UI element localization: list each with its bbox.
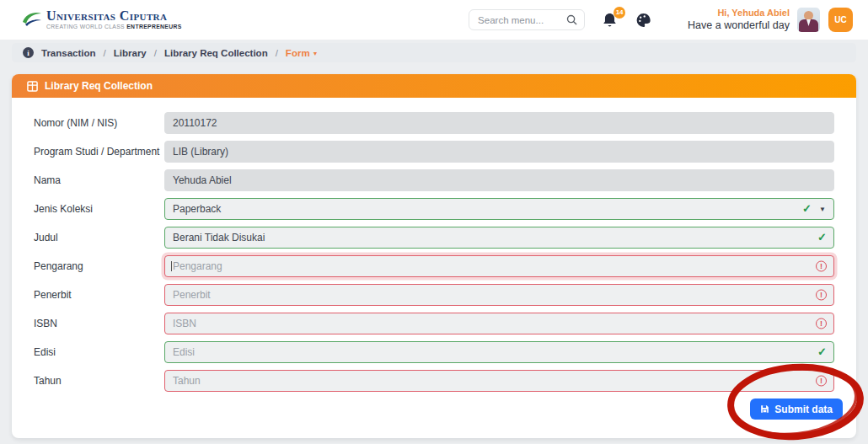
field-label: ISBN [34,318,164,329]
form-row: Program Studi / Department ✓ ! ▼ [34,141,834,163]
library-req-collection-panel: Library Req Collection Nomor (NIM / NIS)… [12,74,856,438]
breadcrumb-separator: / [104,48,106,58]
invalid-alert-icon: ! [816,318,827,329]
field-input[interactable] [164,284,834,306]
form-row: Judul ✓ ! ▼ [34,227,834,249]
panel-header: Library Req Collection [12,74,856,98]
field-label: Tahun [34,375,164,387]
save-icon [760,404,769,414]
breadcrumb: i Transaction/Library/Library Req Collec… [12,43,856,62]
valid-check-icon: ✓ [817,345,827,358]
table-icon [27,81,38,92]
search-box[interactable] [469,9,585,30]
field-input[interactable] [164,141,834,163]
field-label: Program Studi / Department [34,146,164,158]
top-header: Universitas Ciputra CREATING WORLD CLASS… [0,0,868,40]
form-row: Nomor (NIM / NIS) ✓ ! ▼ [34,112,834,134]
form-area: Nomor (NIM / NIS) ✓ ! ▼ Program Studi / … [12,98,856,438]
field-label: Pengarang [34,260,164,272]
field-input[interactable] [164,227,834,249]
field-input[interactable] [164,255,834,277]
form-row: Nama ✓ ! ▼ [34,169,834,191]
search-icon[interactable] [566,14,577,25]
form-row: Pengarang ✓ ! ▼ [34,255,834,277]
greeting-name: Hi, Yehuda Abiel [688,8,790,19]
valid-check-icon: ✓ [817,231,827,243]
field-input[interactable] [164,112,834,134]
breadcrumb-active[interactable]: Form ▼ [286,48,319,58]
breadcrumb-caret-icon: ▼ [313,51,319,56]
breadcrumb-separator: / [154,48,157,58]
field-label: Jenis Koleksi [34,203,164,215]
breadcrumb-separator: / [276,48,278,58]
field-label: Edisi [34,346,164,358]
search-input[interactable] [478,15,566,25]
uc-user-badge[interactable]: UC [828,8,853,32]
field-label: Nomor (NIM / NIS) [34,117,164,129]
notification-bell[interactable]: 14 [602,12,618,29]
university-logo[interactable]: Universitas Ciputra CREATING WORLD CLASS… [22,9,182,30]
invalid-alert-icon: ! [816,376,827,387]
text-cursor [171,261,172,271]
invalid-alert-icon: ! [816,261,827,272]
form-row: ISBN ✓ ! ▼ [34,313,834,334]
panel-title: Library Req Collection [45,80,153,92]
field-input[interactable] [164,198,834,220]
logo-subtitle: CREATING WORLD CLASS ENTREPRENEURS [46,24,182,30]
field-input[interactable] [164,313,834,334]
logo-swoosh-icon [22,10,42,29]
user-greeting: Hi, Yehuda Abiel Have a wonderful day [688,8,790,32]
field-label: Penerbit [34,289,164,301]
form-row: Edisi ✓ ! ▼ [34,341,834,363]
field-label: Nama [34,174,164,186]
palette-icon [635,12,652,29]
logo-title: Universitas Ciputra [46,9,182,23]
breadcrumb-item[interactable]: Library Req Collection [164,48,268,58]
field-label: Judul [34,232,164,243]
notification-badge: 14 [613,7,625,19]
field-input[interactable] [164,169,834,191]
theme-picker[interactable] [635,12,652,29]
form-row: Jenis Koleksi ✓ ! ▼ [34,198,834,220]
valid-check-icon: ✓ [802,202,812,215]
submit-data-button[interactable]: Submit data [750,399,843,420]
form-row: Penerbit ✓ ! ▼ [34,284,834,306]
user-avatar[interactable] [797,8,820,32]
greeting-message: Have a wonderful day [688,19,790,33]
breadcrumb-item[interactable]: Library [114,48,147,58]
invalid-alert-icon: ! [816,290,827,301]
breadcrumb-item[interactable]: Transaction [41,48,96,58]
form-row: Tahun ✓ ! ▼ [34,370,834,392]
field-input[interactable] [164,341,834,363]
field-input[interactable] [164,370,834,392]
info-icon: i [23,47,34,58]
select-caret-icon[interactable]: ▼ [819,206,826,213]
